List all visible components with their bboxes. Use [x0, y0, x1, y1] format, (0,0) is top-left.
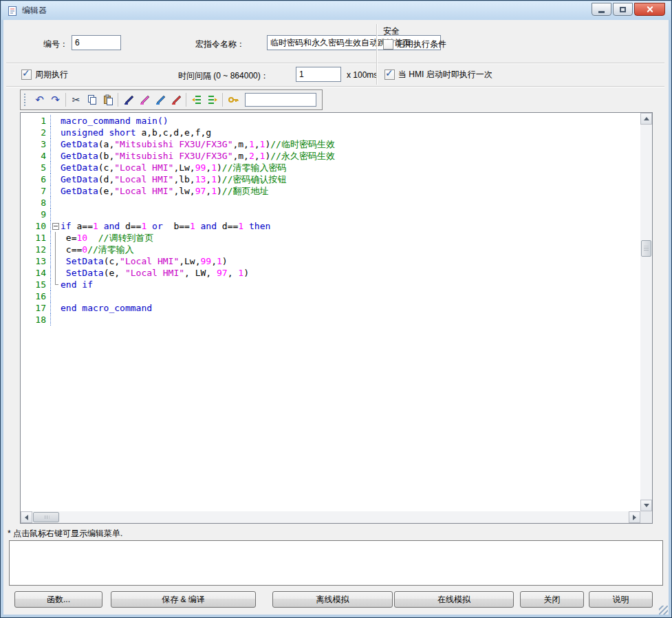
vertical-scrollbar[interactable] [640, 113, 652, 511]
code-line[interactable]: 15end if [21, 279, 640, 290]
line-number: 18 [21, 314, 51, 326]
macro-name-label: 宏指令名称： [195, 39, 245, 50]
code-line[interactable]: 11 e=10 //调转到首页 [21, 232, 640, 244]
pen-red-icon[interactable] [168, 92, 184, 108]
fold-column [51, 127, 61, 138]
message-area[interactable] [9, 540, 663, 586]
maximize-button[interactable] [613, 3, 633, 16]
code-text: end if [61, 279, 93, 290]
scroll-down-button[interactable] [640, 500, 652, 511]
horizontal-scroll-thumb[interactable] [33, 512, 59, 522]
code-text: if a==1 and d==1 or b==1 and d==1 then [61, 220, 270, 232]
fold-column [51, 173, 61, 185]
scroll-up-button[interactable] [640, 113, 652, 125]
line-number: 1 [21, 115, 51, 127]
line-number: 9 [21, 209, 51, 220]
code-line[interactable]: 5GetData(c,"Local HMI",Lw,99,1)//清零输入密码 [21, 162, 640, 173]
line-number: 3 [21, 138, 51, 150]
code-text: end macro_command [61, 302, 152, 314]
cut-icon[interactable]: ✂ [68, 92, 84, 108]
list-next-icon[interactable] [204, 92, 220, 108]
toolbar-separator [186, 93, 186, 107]
redo-icon[interactable]: ↷ [47, 92, 63, 108]
functions-button[interactable]: 函数... [14, 591, 102, 608]
code-line[interactable]: 18 [21, 314, 640, 326]
copy-icon[interactable] [84, 92, 100, 108]
vertical-scroll-thumb[interactable] [641, 240, 651, 257]
code-line[interactable]: 2unsigned short a,b,c,d,e,f,g [21, 127, 640, 138]
toolbar-grip[interactable] [24, 94, 28, 106]
key-icon[interactable] [225, 92, 241, 108]
code-line[interactable]: 1macro_command main() [21, 115, 640, 127]
interval-label: 时间间隔 (0 ~ 864000)： [178, 70, 269, 82]
pen-navy-icon[interactable] [120, 92, 136, 108]
code-line[interactable]: 9 [21, 209, 640, 220]
code-line[interactable]: 6GetData(d,"Local HMI",lb,13,1)//密码确认按钮 [21, 173, 640, 185]
code-line[interactable]: 7GetData(e,"Local HMI",lw,97,1)//翻页地址 [21, 185, 640, 197]
interval-unit-label: x 100ms [347, 70, 378, 80]
arrow-left-icon [25, 515, 28, 520]
interval-input[interactable] [296, 67, 341, 82]
edit-menu-hint: * 点击鼠标右键可显示编辑菜单. [8, 528, 122, 540]
enable-condition-checkbox[interactable] [383, 39, 393, 50]
line-number: 6 [21, 173, 51, 185]
online-sim-button[interactable]: 在线模拟 [394, 591, 514, 608]
code-text: e=10 //调转到首页 [61, 232, 153, 244]
save-compile-button[interactable]: 保存 & 编译 [111, 591, 256, 608]
line-number: 11 [21, 232, 51, 244]
horizontal-scrollbar[interactable] [21, 511, 640, 523]
macro-number-input[interactable] [72, 35, 121, 50]
pen-blue-icon[interactable] [152, 92, 168, 108]
close-button[interactable]: 关闭 [520, 591, 584, 608]
window-title: 编辑器 [22, 5, 47, 17]
line-number: 15 [21, 279, 51, 290]
security-group-label: 安全 [383, 25, 400, 37]
editor-window: 编辑器 编号： 宏指令名称： 安全 启用执行条件 周期执行 时间间隔 (0 ~ … [0, 0, 672, 618]
code-text: GetData(d,"Local HMI",lb,13,1)//密码确认按钮 [61, 173, 286, 185]
list-prev-icon[interactable] [188, 92, 204, 108]
window-close-button[interactable] [634, 3, 665, 16]
resize-grip-icon[interactable] [659, 606, 668, 615]
line-number: 13 [21, 255, 51, 267]
minimize-button[interactable] [592, 3, 611, 16]
code-line[interactable]: 17end macro_command [21, 302, 640, 314]
pen-magenta-icon[interactable] [136, 92, 152, 108]
separator [6, 86, 664, 87]
code-editor-lines[interactable]: 1macro_command main()2unsigned short a,b… [21, 113, 640, 511]
code-line[interactable]: 8 [21, 197, 640, 209]
code-text: unsigned short a,b,c,d,e,f,g [61, 127, 211, 138]
periodic-checkbox[interactable] [21, 70, 32, 80]
line-number: 4 [21, 150, 51, 162]
offline-sim-button[interactable]: 离线模拟 [272, 591, 393, 608]
fold-column [51, 244, 61, 255]
paste-icon[interactable] [100, 92, 116, 108]
run-on-startup-checkbox[interactable] [384, 70, 395, 80]
toolbar-separator [222, 93, 223, 107]
arrow-up-icon [644, 117, 649, 120]
fold-column [51, 290, 61, 302]
undo-icon[interactable]: ↶ [32, 92, 47, 108]
code-editor: 1macro_command main()2unsigned short a,b… [20, 112, 653, 524]
separator [6, 63, 664, 64]
toolbar-separator [65, 93, 66, 107]
code-text: GetData(a,"Mitsubishi FX3U/FX3G",m,1,1)/… [61, 138, 335, 150]
code-line[interactable]: 4GetData(b,"Mitsubishi FX3U/FX3G",m,2,1)… [21, 150, 640, 162]
code-line[interactable]: 14 SetData(e, "Local HMI", LW, 97, 1) [21, 267, 640, 279]
code-line[interactable]: 16 [21, 290, 640, 302]
fold-column [51, 185, 61, 197]
toolbar-search-input[interactable] [245, 93, 316, 107]
code-line[interactable]: 12 c==0//清零输入 [21, 244, 640, 255]
fold-toggle-icon[interactable] [51, 220, 61, 232]
scroll-left-button[interactable] [21, 511, 32, 523]
close-icon [646, 6, 653, 13]
enable-condition-label: 启用执行条件 [397, 39, 446, 50]
code-line[interactable]: 13 SetData(c,"Local HMI",Lw,99,1) [21, 255, 640, 267]
fold-column [51, 209, 61, 220]
titlebar[interactable]: 编辑器 [1, 1, 671, 20]
code-text: GetData(c,"Local HMI",Lw,99,1)//清零输入密码 [61, 162, 286, 173]
help-button[interactable]: 说明 [589, 591, 653, 608]
code-line[interactable]: 3GetData(a,"Mitsubishi FX3U/FX3G",m,1,1)… [21, 138, 640, 150]
fold-column [51, 138, 61, 150]
scroll-right-button[interactable] [629, 511, 640, 523]
code-line[interactable]: 10if a==1 and d==1 or b==1 and d==1 then [21, 220, 640, 232]
